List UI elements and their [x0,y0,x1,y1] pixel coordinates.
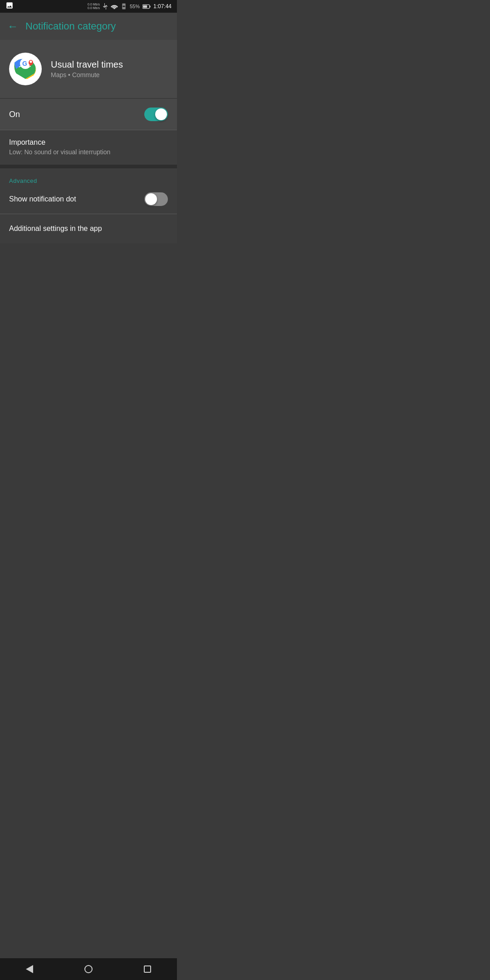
importance-title: Importance [9,138,168,147]
advanced-section: Advanced [0,168,177,185]
battery-percent: 55% [130,4,140,9]
app-info-section: G Usual travel times Maps • Commute [0,40,177,98]
additional-settings-label: Additional settings in the app [9,225,102,233]
show-notification-dot-row[interactable]: Show notification dot [0,185,177,214]
network-speed: 0.0 Mb/s 0.0 Mb/s [88,3,100,10]
on-toggle-thumb [155,108,167,120]
notification-dot-toggle-thumb [145,193,157,205]
show-notification-dot-label: Show notification dot [9,195,76,203]
status-bar: 0.0 Mb/s 0.0 Mb/s 55% 1:07:44 [0,0,177,13]
battery-icon [142,4,151,9]
additional-settings-row[interactable]: Additional settings in the app [0,214,177,243]
notification-dot-toggle-switch[interactable] [144,192,168,206]
on-toggle-label: On [9,110,20,119]
app-name: Usual travel times [51,59,123,70]
svg-rect-5 [143,5,147,8]
wifi-icon [111,4,118,9]
svg-point-10 [30,61,32,63]
main-content: G Usual travel times Maps • Commute On I… [0,40,177,265]
svg-rect-4 [150,5,151,7]
on-toggle-row[interactable]: On [0,99,177,130]
importance-section[interactable]: Importance Low: No sound or visual inter… [0,130,177,165]
page-title: Notification category [25,20,116,32]
app-bar: ← Notification category [0,13,177,40]
importance-desc: Low: No sound or visual interruption [9,148,168,156]
signal-icon [121,3,127,10]
time: 1:07:44 [153,3,172,10]
app-info-text: Usual travel times Maps • Commute [51,59,123,78]
maps-logo-icon: G [10,54,41,84]
back-button[interactable]: ← [7,20,18,33]
on-toggle-switch[interactable] [144,108,168,121]
advanced-label: Advanced [9,177,37,184]
section-divider [0,165,177,168]
app-icon: G [9,53,42,85]
notification-area [5,1,14,11]
network-arrows-icon [103,3,108,10]
app-subtitle: Maps • Commute [51,71,123,78]
svg-text:G: G [22,60,27,67]
